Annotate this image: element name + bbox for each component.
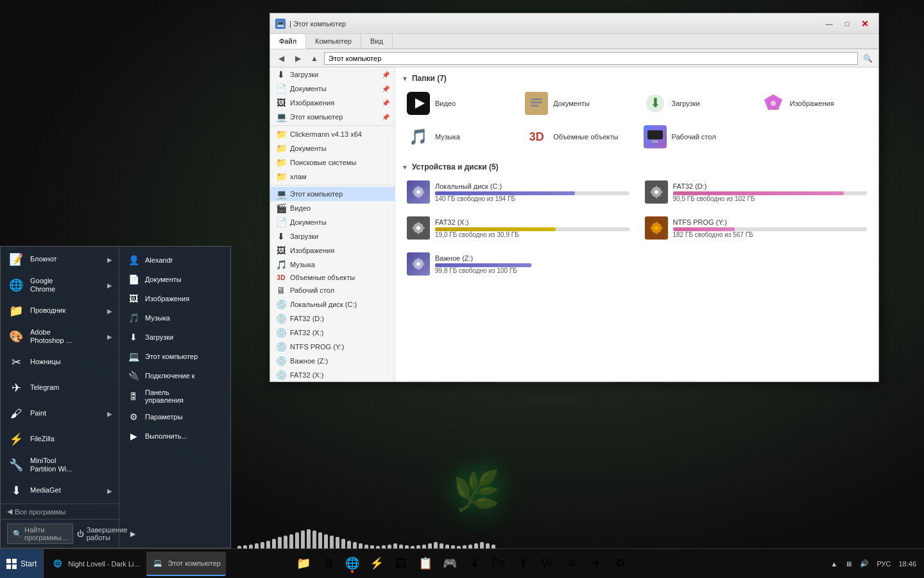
taskbar-icon-download[interactable]: ⬇ <box>464 553 484 574</box>
start-button[interactable]: Start <box>0 549 44 578</box>
start-right-item-2[interactable]: 🖼Изображения <box>119 289 230 308</box>
taskbar-icon-chrome[interactable]: 🌐 <box>342 553 363 574</box>
start-item-1[interactable]: 🌐Google Chrome▶ <box>1 272 119 298</box>
sidebar-item-3[interactable]: 💻Этот компьютер📌 <box>270 110 395 124</box>
vis-bar-18 <box>341 539 345 548</box>
disk-y[interactable]: NTFS PROG (Y:) 182 ГБ свободно из 567 ГБ <box>640 213 873 243</box>
sidebar-item-5[interactable]: 📁Документы <box>270 141 395 155</box>
sidebar-item-8[interactable]: 💻Этот компьютер <box>270 187 395 201</box>
folder-documents[interactable]: Документы <box>520 88 635 119</box>
tab-file[interactable]: Файл <box>270 34 306 49</box>
folder-video[interactable]: Видео <box>402 88 517 119</box>
all-programs-button[interactable]: ◀ Все программы <box>1 504 119 519</box>
taskbar-icon-word[interactable]: W <box>537 553 558 574</box>
start-right-item-3[interactable]: 🎵Музыка <box>119 308 230 328</box>
start-item-0[interactable]: 📝Блокнот▶ <box>1 247 119 272</box>
start-item-4[interactable]: ✂Ножницы <box>1 349 119 375</box>
sidebar-item-9[interactable]: 🎬Видео <box>270 201 395 215</box>
folder-desktop[interactable]: Рабочий стол <box>638 121 754 152</box>
taskbar-icon-clipboard[interactable]: 📋 <box>415 553 436 574</box>
start-right-item-8[interactable]: ⚙Параметры <box>119 407 230 426</box>
sidebar-icon-15: 🖥 <box>275 285 287 295</box>
sidebar-item-16[interactable]: 💿Локальный диск (C:) <box>270 297 395 311</box>
start-item-3[interactable]: 🎨Adobe Photoshop ...▶ <box>1 324 119 349</box>
sidebar-item-2[interactable]: 🖼Изображения📌 <box>270 96 395 110</box>
folders-section-header[interactable]: ▼ Папки (7) <box>402 74 872 83</box>
start-right-item-0[interactable]: 👤Alexandr <box>119 250 230 270</box>
sidebar-item-4[interactable]: 📁Clickermann v4.13 x64 <box>270 127 395 141</box>
start-search-box[interactable]: 🔍 Найти программы... <box>7 523 73 544</box>
devices-section-header[interactable]: ▼ Устройства и диски (5) <box>402 162 872 171</box>
tab-view[interactable]: Вид <box>361 34 393 48</box>
disk-z[interactable]: Важное (Z:) 99,8 ГБ свободно из 100 ГБ <box>402 249 635 279</box>
tray-network[interactable]: 🖥 <box>843 559 855 569</box>
sidebar-label-3: Этот компьютер <box>290 113 343 121</box>
start-right-item-7[interactable]: 🎛Панель управления <box>119 385 230 407</box>
start-item-9[interactable]: ⬇MediaGet▶ <box>1 478 119 504</box>
sidebar-item-17[interactable]: 💿FAT32 (D:) <box>270 311 395 326</box>
start-item-label-6: Paint <box>30 409 46 417</box>
start-item-8[interactable]: 🔧MiniTool Partition Wi... <box>1 452 119 478</box>
taskbar-icon-upload[interactable]: ⬆ <box>513 553 533 574</box>
minimize-button[interactable]: — <box>821 18 837 30</box>
close-button[interactable]: ✕ <box>857 18 873 30</box>
tray-volume[interactable]: 🔊 <box>857 558 871 569</box>
sidebar-item-14[interactable]: 3DОбъемные объекты <box>270 272 395 283</box>
start-right-label-6: Подключение к <box>145 372 195 380</box>
sidebar-item-18[interactable]: 💿FAT32 (X:) <box>270 326 395 340</box>
start-right-label-7: Панель управления <box>145 389 184 404</box>
disk-x[interactable]: FAT32 (X:) 19,0 ГБ свободно из 30,9 ГБ <box>402 213 635 243</box>
folder-3d[interactable]: 3D Объемные объекты <box>520 121 635 152</box>
folder-music[interactable]: 🎵 Музыка <box>402 121 517 152</box>
start-right-label-2: Изображения <box>145 295 189 302</box>
taskbar-icon-terminal[interactable]: 🖥 <box>318 553 338 574</box>
start-right-item-1[interactable]: 📄Документы <box>119 270 230 289</box>
start-right-item-6[interactable]: 🔌Подключение к <box>119 366 230 385</box>
vis-bar-3 <box>255 543 259 548</box>
taskbar-icon-photoshop[interactable]: Ps <box>488 553 509 574</box>
nav-up[interactable]: ▲ <box>307 51 321 66</box>
nav-forward[interactable]: ▶ <box>291 51 305 66</box>
maximize-button[interactable]: □ <box>839 18 855 30</box>
start-right-item-9[interactable]: ▶Выполнить... <box>119 426 230 446</box>
address-bar[interactable]: Этот компьютер <box>324 52 858 65</box>
sidebar-item-19[interactable]: 💿NTFS PROG (Y:) <box>270 340 395 354</box>
tab-computer[interactable]: Компьютер <box>306 34 361 48</box>
sidebar-item-11[interactable]: ⬇Загрузки <box>270 229 395 243</box>
taskbar-icon-gallery[interactable]: 🖼 <box>391 553 411 574</box>
start-item-5[interactable]: ✈Telegram <box>1 375 119 401</box>
taskbar-icon-game[interactable]: 🎮 <box>440 553 460 574</box>
disk-c[interactable]: Локальный диск (C:) 140 ГБ свободно из 1… <box>402 177 635 207</box>
sidebar-item-15[interactable]: 🖥Рабочий стол <box>270 283 395 297</box>
folder-downloads[interactable]: ⬇ Загрузки <box>638 88 754 119</box>
start-item-7[interactable]: ⚡FileZilla <box>1 426 119 452</box>
sidebar-item-13[interactable]: 🎵Музыка <box>270 258 395 272</box>
tray-time[interactable]: 18:46 <box>896 559 919 569</box>
disk-d[interactable]: FAT32 (D:) 90,5 ГБ свободно из 102 ГБ <box>640 177 873 207</box>
taskbar-icon-recycle[interactable]: ♻ <box>610 553 631 574</box>
taskbar-icon-telegram[interactable]: ✈ <box>586 553 606 574</box>
nav-search[interactable]: 🔍 <box>860 51 875 66</box>
folder-images[interactable]: Изображения <box>757 88 872 119</box>
sidebar-item-21[interactable]: 💿FAT32 (X:) <box>270 368 395 381</box>
nav-back[interactable]: ◀ <box>274 51 288 66</box>
taskbar-item-chrome[interactable]: 🌐 Night Lovell - Dark Li... <box>46 552 144 576</box>
taskbar-icon-filezilla[interactable]: ⚡ <box>366 553 387 574</box>
taskbar-icon-docs[interactable]: ≡ <box>561 553 582 574</box>
sidebar-item-7[interactable]: 📁хлам <box>270 170 395 184</box>
sidebar-item-1[interactable]: 📄Документы📌 <box>270 82 395 96</box>
taskbar-item-explorer[interactable]: 💻 Этот компьютер <box>146 552 226 576</box>
start-right-item-4[interactable]: ⬇Загрузки <box>119 328 230 347</box>
visualizer <box>237 523 687 548</box>
sidebar-item-12[interactable]: 🖼Изображения <box>270 243 395 258</box>
sidebar-item-10[interactable]: 📄Документы <box>270 215 395 229</box>
taskbar-icon-file-explorer[interactable]: 📁 <box>293 553 314 574</box>
tray-lang[interactable]: РУС <box>874 559 893 569</box>
sidebar-item-6[interactable]: 📁Поисковые системы <box>270 155 395 170</box>
sidebar-item-20[interactable]: 💿Важное (Z:) <box>270 354 395 368</box>
tray-expand[interactable]: ▲ <box>828 559 841 569</box>
start-right-item-5[interactable]: 💻Этот компьютер <box>119 347 230 366</box>
start-item-2[interactable]: 📁Проводник▶ <box>1 298 119 324</box>
start-item-6[interactable]: 🖌Paint▶ <box>1 401 119 426</box>
sidebar-item-0[interactable]: ⬇Загрузки📌 <box>270 67 395 82</box>
